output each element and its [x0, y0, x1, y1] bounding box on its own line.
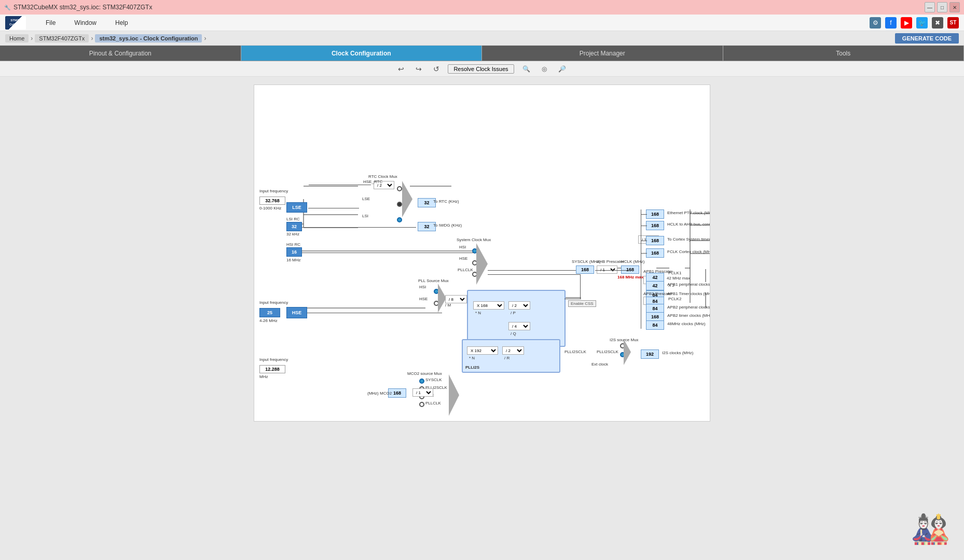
line-sys-to-sysclk [488, 270, 576, 271]
lsi-rc-label: LSI RC [286, 217, 300, 221]
pll-q-select[interactable]: / 4/ 2/ 6/ 8 [508, 322, 530, 330]
settings-icon[interactable]: ⚙ [870, 17, 881, 29]
window-controls[interactable]: — □ ✕ [925, 2, 960, 12]
tabbar[interactable]: Pinout & Configuration Clock Configurati… [0, 46, 964, 61]
tab-clock[interactable]: Clock Configuration [241, 46, 483, 61]
apb1-timer-val[interactable]: 42 [646, 281, 664, 290]
refresh-button[interactable]: ↺ [430, 64, 443, 74]
fclk-val[interactable]: 168 [646, 248, 664, 258]
main-content: Input frequency 32.768 0-1000 KHz LSE LS… [0, 77, 964, 560]
resolve-clock-issues-button[interactable]: Resolve Clock Issues [448, 64, 514, 74]
sys-mux-triangle [476, 243, 488, 285]
line-lse-rtc [308, 208, 359, 208]
mco2-sysclk-label: SYSCLK [425, 377, 442, 382]
zoom-out-icon[interactable]: 🔍 [519, 64, 533, 74]
minimize-button[interactable]: — [925, 2, 935, 12]
mco2-mux-triangle [449, 374, 459, 416]
breadcrumb-arrow-1: › [31, 35, 33, 42]
tab-pinout[interactable]: Pinout & Configuration [0, 46, 241, 61]
extra-icon[interactable]: ✖ [932, 17, 943, 29]
rtc-lse-label: LSE [362, 197, 370, 201]
st-icon[interactable]: ST [947, 17, 959, 29]
rtc-radio-lsi[interactable] [397, 217, 402, 222]
input-freq-3-unit: MHz [259, 374, 268, 379]
pll-p-select[interactable]: / 2/ 4/ 6/ 8 [508, 301, 530, 310]
pclk1-max: 42 MHz max [667, 276, 690, 281]
lsi-value[interactable]: 32 [286, 222, 302, 231]
undo-button[interactable]: ↩ [395, 64, 407, 74]
pll-m-select[interactable]: / 8/ 4/ 16 [445, 295, 467, 303]
mco2-radio-sysclk[interactable] [419, 379, 424, 384]
apb2-prescaler-label: APB2 Prescaler [643, 291, 672, 296]
pll-n-select[interactable]: X 168X 192X 336 [473, 301, 504, 310]
i2s-clk-val[interactable]: 192 [641, 349, 659, 359]
tab-tools[interactable]: Tools [723, 46, 965, 61]
lse-box[interactable]: LSE [286, 202, 307, 213]
breadcrumb-current[interactable]: stm32_sys.ioc - Clock Configuration [95, 34, 202, 43]
line-pll-sys-h [488, 274, 580, 275]
rtc-clock-mux-label: RTC Clock Mux [368, 174, 397, 179]
breadcrumb-project[interactable]: STM32F407ZGTx [35, 34, 89, 43]
mco2-div-select[interactable]: / 1/ 2/ 3 [412, 388, 433, 397]
line-hse-pll [307, 313, 442, 313]
mco2-radio-pllclk[interactable] [419, 402, 424, 407]
zoom-in-icon[interactable]: 🔎 [555, 64, 569, 74]
youtube-icon[interactable]: ▶ [901, 17, 912, 29]
sysclk-value[interactable]: 168 [576, 265, 594, 274]
pll-hse-label: HSE [419, 297, 428, 301]
social-icons[interactable]: ⚙ f ▶ 🐦 ✖ ST [870, 17, 959, 29]
ahb-prescaler-select[interactable]: / 1/ 2/ 4 [597, 265, 617, 274]
plli2s-n-select[interactable]: X 192X 168 [467, 346, 498, 355]
rtc-radio-lse[interactable] [397, 202, 402, 207]
plli2s-r-label: / R [504, 356, 509, 360]
pll-hsi-label: HSI [419, 285, 426, 289]
input-freq-3-label: Input frequency [259, 357, 288, 362]
hse-box[interactable]: HSE [286, 307, 307, 318]
ethernet-val[interactable]: 168 [646, 209, 664, 219]
input-freq-1-value[interactable]: 32.768 [259, 197, 285, 205]
menu-file[interactable]: File [42, 17, 60, 29]
sys-hse-label: HSE [459, 256, 467, 261]
pll-n-label: * N [475, 311, 481, 315]
hclk-value[interactable]: 168 [621, 265, 639, 274]
mco2-source-mux-label: MCO2 source Mux [407, 371, 442, 376]
facebook-icon[interactable]: f [885, 17, 897, 29]
apb2-timer-label: APB2 timer clocks (MHz) [667, 313, 710, 318]
breadcrumb-home[interactable]: Home [5, 34, 29, 43]
line-to-fclk [641, 253, 647, 254]
apb2-peripheral-label: APB2 peripheral clocks (MHz) [667, 305, 710, 310]
line-to-cortex [641, 241, 647, 241]
ethernet-label: Ethernet PTP clock (MHz) [667, 211, 710, 215]
rtc-radio-hse[interactable] [397, 186, 402, 191]
maximize-button[interactable]: □ [937, 2, 947, 12]
menu-items[interactable]: File Window Help [42, 17, 132, 29]
rtc-lsi-label: LSI [362, 214, 368, 218]
input-freq-3-value[interactable]: 12.288 [259, 365, 285, 373]
twitter-icon[interactable]: 🐦 [916, 17, 928, 29]
input-freq-2-value[interactable]: 25 [259, 308, 280, 317]
line-pll-out [564, 299, 581, 299]
pll-p-label: / P [511, 311, 516, 315]
reset-zoom-button[interactable]: ◎ [539, 64, 550, 74]
hclk-bus-val[interactable]: 168 [646, 221, 664, 230]
redo-button[interactable]: ↪ [412, 64, 425, 74]
input-freq-1-range: 0-1000 KHz [259, 206, 281, 211]
enable-css-button[interactable]: Enable CSS [568, 300, 596, 307]
lsi-unit: 32 kHz [286, 232, 299, 236]
plli2s-n-label: * N [469, 356, 475, 360]
hsi-value[interactable]: 16 [286, 247, 302, 257]
menu-window[interactable]: Window [70, 17, 101, 29]
generate-code-button[interactable]: GENERATE CODE [895, 33, 959, 44]
iwdg-output-label: To IWDG (KHz) [433, 223, 462, 228]
close-button[interactable]: ✕ [949, 2, 960, 12]
cortex-timer-val[interactable]: 168 [646, 236, 664, 245]
hclk-max-label: 168 MHz max [617, 275, 643, 279]
fclk-label: FCLK Cortex clock (MHz) [667, 249, 710, 254]
pll-source-mux-label: PLL Source Mux [418, 278, 449, 283]
line-pll-to-sys [580, 274, 581, 299]
rtc-output-label: To RTC (KHz) [433, 199, 459, 204]
plli2s-r-select[interactable]: / 2/ 4 [502, 346, 524, 355]
menu-help[interactable]: Help [111, 17, 132, 29]
tab-project[interactable]: Project Manager [482, 46, 723, 61]
48mhz-val[interactable]: 84 [646, 320, 664, 330]
